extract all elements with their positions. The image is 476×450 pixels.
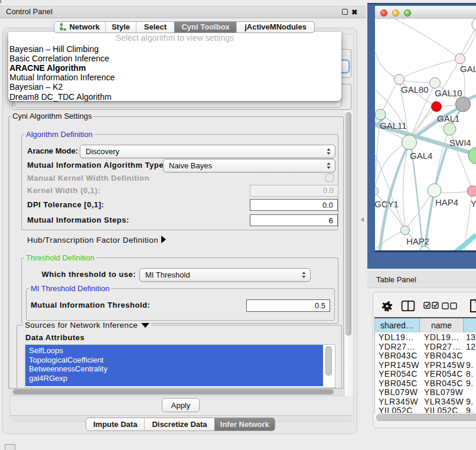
svg-text:SWI4: SWI4 bbox=[449, 137, 471, 147]
svg-text:GAL80: GAL80 bbox=[401, 84, 429, 94]
svg-text:HAP4: HAP4 bbox=[435, 197, 458, 207]
svg-text:Y: Y bbox=[471, 198, 476, 208]
svg-text:GAL10: GAL10 bbox=[435, 87, 462, 97]
svg-text:GAL11: GAL11 bbox=[380, 120, 407, 130]
svg-text:GAL7: GAL7 bbox=[460, 63, 476, 73]
svg-text:GAL4: GAL4 bbox=[410, 150, 432, 160]
svg-text:HAP2: HAP2 bbox=[406, 236, 429, 246]
svg-text:GCY1: GCY1 bbox=[375, 198, 399, 208]
svg-text:GAL1: GAL1 bbox=[437, 113, 459, 123]
